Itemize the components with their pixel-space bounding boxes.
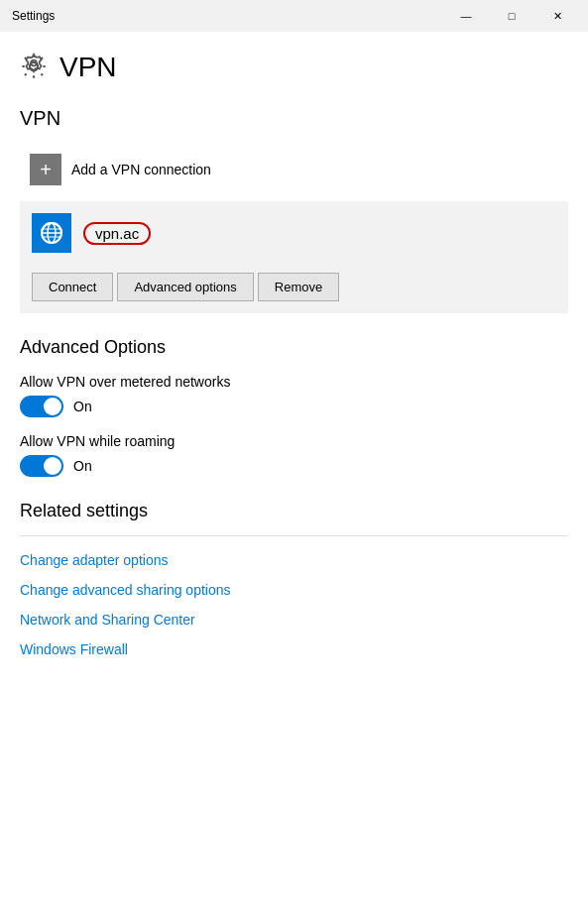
network-sharing-center-link[interactable]: Network and Sharing Center [20,612,568,628]
metered-toggle-state: On [73,399,92,414]
page-content: VPN VPN + Add a VPN connection [0,32,588,920]
vpn-item-header: vpn.ac [20,201,568,265]
advanced-options-button[interactable]: Advanced options [117,273,253,301]
connect-button[interactable]: Connect [32,273,113,301]
vpn-action-buttons: Connect Advanced options Remove [20,265,568,313]
related-settings-section: Related settings Change adapter options … [20,501,568,657]
page-title: VPN [59,52,117,83]
minimize-button[interactable]: — [443,0,489,32]
change-adapter-options-link[interactable]: Change adapter options [20,552,568,568]
maximize-button[interactable]: □ [489,0,534,32]
vpn-section-title: VPN [20,107,568,130]
metered-networks-toggle[interactable] [20,396,63,417]
roaming-label: Allow VPN while roaming [20,433,568,449]
page-header: VPN [20,52,568,83]
add-vpn-label: Add a VPN connection [71,162,211,177]
advanced-options-section: Advanced Options Allow VPN over metered … [20,337,568,477]
roaming-toggle-row: On [20,455,568,477]
vpn-gear-icon [20,53,48,83]
advanced-options-title: Advanced Options [20,337,568,358]
window-title: Settings [12,9,55,23]
title-bar: Settings — □ ✕ [0,0,588,32]
roaming-toggle[interactable] [20,455,63,477]
close-button[interactable]: ✕ [534,0,580,32]
divider [20,535,568,536]
vpn-connection-item: vpn.ac Connect Advanced options Remove [20,201,568,313]
settings-window: Settings — □ ✕ VPN VP [0,0,588,920]
related-settings-title: Related settings [20,501,568,521]
metered-networks-label: Allow VPN over metered networks [20,374,568,390]
vpn-logo [32,213,71,253]
windows-firewall-link[interactable]: Windows Firewall [20,641,568,657]
window-controls: — □ ✕ [443,0,580,32]
change-advanced-sharing-link[interactable]: Change advanced sharing options [20,582,568,598]
plus-icon: + [30,154,61,185]
roaming-toggle-state: On [73,458,92,474]
vpn-name: vpn.ac [83,222,151,245]
add-vpn-button[interactable]: + Add a VPN connection [20,146,221,193]
metered-toggle-row: On [20,396,568,417]
metered-networks-setting: Allow VPN over metered networks On [20,374,568,417]
roaming-setting: Allow VPN while roaming On [20,433,568,477]
remove-button[interactable]: Remove [258,273,339,301]
